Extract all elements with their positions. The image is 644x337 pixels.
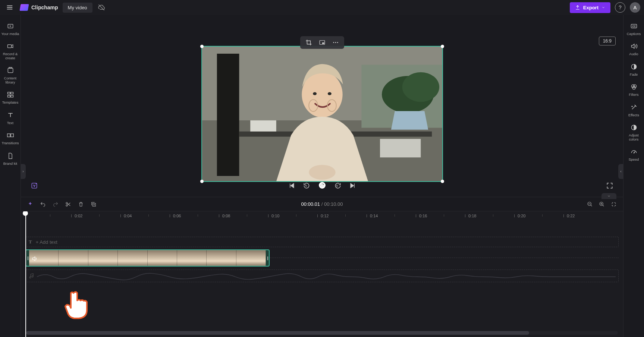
sidebar-item-adjust-colors[interactable]: Adjust colors: [624, 120, 644, 144]
expand-right-panel-button[interactable]: [618, 164, 623, 179]
more-options-button[interactable]: [332, 39, 339, 46]
svg-rect-18: [217, 54, 239, 176]
ruler-tick: 0:18: [468, 214, 476, 218]
skip-start-button[interactable]: [288, 182, 296, 190]
forward-button[interactable]: 5: [334, 182, 342, 190]
play-button[interactable]: [317, 181, 327, 190]
video-preview-frame[interactable]: [201, 46, 443, 182]
resize-handle-tr[interactable]: [441, 45, 444, 48]
rewind-button[interactable]: 5: [302, 182, 311, 190]
text-icon: T: [29, 239, 32, 245]
video-title-input[interactable]: My video: [63, 3, 92, 13]
chevron-down-icon: [606, 194, 612, 198]
split-button[interactable]: [65, 201, 72, 208]
svg-point-15: [337, 42, 338, 43]
brand-kit-icon: [6, 151, 15, 160]
ruler-tick: 0:22: [567, 214, 575, 218]
skip-end-button[interactable]: [349, 182, 357, 190]
playhead-handle[interactable]: [23, 211, 28, 216]
svg-point-13: [333, 42, 334, 43]
sidebar-item-templates[interactable]: Templates: [1, 87, 20, 107]
sidebar-item-speed[interactable]: Speed: [624, 144, 644, 164]
svg-rect-6: [10, 92, 13, 94]
timeline-tracks: T + Add text || ||: [25, 237, 619, 282]
svg-rect-9: [7, 134, 10, 137]
undo-button[interactable]: [40, 201, 46, 208]
picture-in-picture-button[interactable]: [319, 39, 326, 46]
sidebar-item-your-media[interactable]: Your media: [1, 19, 20, 39]
preview-float-toolbar: [300, 36, 344, 49]
library-icon: [6, 66, 15, 75]
sidebar-item-effects[interactable]: Effects: [624, 100, 644, 120]
upload-icon: [575, 5, 580, 10]
tutorial-cursor-icon: [63, 290, 89, 320]
avatar[interactable]: A: [630, 2, 640, 13]
ruler-tick: 0:16: [419, 214, 427, 218]
text-track[interactable]: T + Add text: [25, 237, 619, 247]
media-icon: [6, 22, 15, 31]
export-label: Export: [583, 5, 599, 10]
player-controls: 5 5: [21, 178, 623, 193]
timeline-ruler[interactable]: 0:02 0:04 0:06 0:08 0:10 0:12 0:14 0:16 …: [25, 211, 623, 222]
chevron-down-icon: [601, 6, 605, 9]
fit-zoom-button[interactable]: [610, 201, 617, 208]
redo-button[interactable]: [52, 201, 59, 208]
video-track[interactable]: || ||: [25, 249, 619, 267]
delete-button[interactable]: [78, 201, 84, 208]
help-button[interactable]: ?: [615, 2, 625, 13]
ruler-tick: 0:06: [173, 214, 181, 218]
video-clip[interactable]: || ||: [25, 249, 270, 267]
audio-icon: [629, 42, 638, 51]
sidebar-item-captions[interactable]: CC Captions: [624, 19, 644, 39]
timeline-scrollbar[interactable]: [26, 331, 618, 335]
cloud-sync-off-icon[interactable]: [97, 3, 106, 12]
svg-rect-5: [7, 92, 10, 94]
templates-icon: [6, 90, 15, 99]
sidebar-item-text[interactable]: Text: [1, 108, 20, 128]
fade-icon: [629, 62, 638, 71]
total-time: 00:10.00: [324, 201, 343, 207]
svg-rect-3: [8, 68, 13, 73]
sidebar-item-fade[interactable]: Fade: [624, 59, 644, 79]
effects-icon: [629, 103, 638, 112]
text-track-placeholder: + Add text: [36, 239, 57, 245]
svg-text:CC: CC: [632, 25, 636, 28]
duplicate-button[interactable]: [90, 201, 97, 208]
crop-button[interactable]: [305, 39, 312, 46]
ruler-tick: 0:10: [271, 214, 279, 218]
resize-handle-tl[interactable]: [200, 45, 204, 48]
fullscreen-button[interactable]: [606, 182, 614, 190]
chevron-left-icon: [619, 169, 622, 174]
menu-button[interactable]: [4, 1, 16, 13]
sidebar-item-record-create[interactable]: Record & create: [1, 39, 20, 63]
audio-track[interactable]: [25, 270, 619, 282]
sidebar-item-transitions[interactable]: Transitions: [1, 128, 20, 148]
sidebar-item-brand-kit[interactable]: Brand kit: [1, 148, 20, 168]
zoom-out-button[interactable]: [587, 201, 593, 208]
brand[interactable]: Clipchamp: [20, 4, 58, 11]
export-button[interactable]: Export: [570, 2, 610, 13]
audio-waveform: [37, 271, 616, 282]
svg-point-27: [327, 92, 331, 95]
ruler-tick: 0:02: [75, 214, 82, 218]
svg-point-26: [313, 92, 317, 95]
aspect-ratio-button[interactable]: 16:9: [599, 37, 616, 45]
collapse-preview-button[interactable]: [601, 193, 616, 199]
empty-track-region[interactable]: [270, 258, 619, 258]
captions-icon: CC: [629, 22, 638, 31]
svg-rect-4: [9, 67, 12, 69]
ai-timeline-button[interactable]: [27, 201, 34, 208]
scrollbar-thumb[interactable]: [26, 331, 529, 335]
clip-trim-right[interactable]: ||: [266, 250, 269, 266]
playhead-line: [25, 211, 26, 337]
record-icon: [6, 42, 15, 51]
zoom-in-button[interactable]: [599, 201, 605, 208]
ai-enhance-button[interactable]: [30, 182, 38, 190]
clip-trim-left[interactable]: ||: [26, 250, 29, 266]
clip-thumbnails: [29, 250, 266, 266]
sidebar-item-filters[interactable]: Filters: [624, 79, 644, 100]
speed-icon: [629, 147, 638, 156]
sidebar-item-content-library[interactable]: Content library: [1, 63, 20, 87]
ruler-tick: 0:08: [222, 214, 230, 218]
sidebar-item-audio[interactable]: Audio: [624, 39, 644, 59]
